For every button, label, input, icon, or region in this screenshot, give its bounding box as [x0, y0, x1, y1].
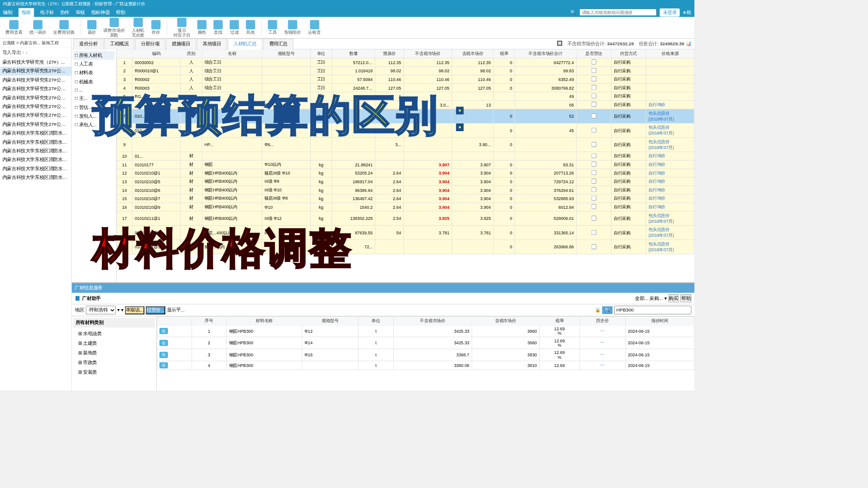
help-button[interactable]: 帮助 — [680, 294, 691, 302]
table-row[interactable]: 1801010211@2材钢筋...400以内III级...kg87639.55… — [117, 226, 694, 240]
price-row[interactable]: 信3钢筋HPB300Φ16t3398.7383012.69%〰2024-06-1… — [157, 349, 694, 361]
search-input[interactable] — [579, 9, 657, 15]
tool-智能组价[interactable]: 智能组价 — [282, 19, 303, 36]
region-select[interactable]: 呼和浩特 — [86, 306, 116, 314]
table-row[interactable]: 1601010210@9材钢筋HRB400以内Φ10kg1540.22.643.… — [117, 203, 694, 211]
table-row[interactable]: 1101010177材钢筋Φ10以内kg21.882413.8073.80708… — [117, 160, 694, 169]
col-header[interactable]: 单位 — [310, 50, 331, 58]
col-header[interactable]: 含税市场价 — [472, 316, 539, 325]
table-row[interactable]: 1501010210@7材钢筋HRB400以内箍筋III级 Φ8kg136497… — [117, 194, 694, 203]
table-row[interactable]: 5RG...元149自行采购 — [117, 92, 694, 101]
project-item[interactable]: 内蒙古科技大学东校区消防水池... — [0, 129, 71, 137]
tool-云检查[interactable]: 云检查 — [306, 19, 323, 36]
tab-造价分析[interactable]: 造价分析 — [73, 39, 103, 49]
menu-电子标[interactable]: 电子标 — [40, 9, 54, 16]
project-item[interactable]: 内蒙古科技大学研究生27#公寓... — [0, 111, 71, 120]
chart-icon[interactable]: 〰 — [579, 337, 625, 349]
table-row[interactable]: 6HP...Φ...3.0...1305自行采购自行询价 — [117, 100, 694, 109]
menu-指标神器[interactable]: 指标神器 — [91, 9, 110, 16]
table-row[interactable]: 1701010211@1材钢筋HRB400以内III级 Φ12kg138302.… — [117, 211, 694, 226]
tree-item[interactable]: □ 暂估... — [73, 103, 115, 112]
col-header[interactable]: 不含税市场价合计 — [515, 50, 577, 58]
login-button[interactable]: 未登录 — [660, 8, 680, 16]
tool-其他[interactable]: 其他 — [244, 19, 258, 36]
menu-报表[interactable]: 报表 — [18, 8, 34, 16]
tree-item[interactable]: □ ... — [73, 86, 115, 94]
down-icon[interactable]: ↓ — [26, 50, 28, 55]
col-header[interactable]: 规格型号 — [262, 50, 310, 58]
price-row[interactable]: 信4钢筋HPB300t3380.06381012.69〰2024-06-15 — [157, 361, 694, 369]
tool-调整市场价系数[interactable]: 调整市场价 系数 — [101, 17, 127, 38]
material-search[interactable] — [614, 306, 691, 314]
col-header[interactable]: 含税市场价 — [452, 50, 494, 58]
col-header[interactable]: 名称 — [202, 50, 262, 58]
up-icon[interactable]: ↑ — [22, 50, 25, 55]
col-header[interactable]: 类别 — [180, 50, 202, 58]
menu-编制[interactable]: 编制 — [3, 9, 12, 16]
table-row[interactable]: 8010...kg045自行采购包头信息价(2019年07月) — [117, 123, 694, 138]
settle-button[interactable]: 结算价... — [146, 306, 165, 314]
chart-icon[interactable]: 〰 — [579, 361, 625, 369]
tree-item[interactable]: □ 所有人材机 — [73, 51, 115, 60]
tab-人材机汇总[interactable]: 人材机汇总 — [228, 39, 262, 50]
check-icon[interactable]: ⊕检 — [683, 9, 691, 16]
col-header[interactable]: 税率 — [494, 50, 515, 58]
project-item[interactable]: 内蒙古科技大学东校区消防水池... — [0, 173, 71, 182]
tree-item[interactable]: □ 主... — [73, 94, 115, 103]
col-header[interactable]: 不含税市场价 — [404, 50, 452, 58]
search-icon[interactable]: 🔍 — [602, 306, 613, 314]
buy-button[interactable]: 购买 — [668, 294, 679, 302]
category-item[interactable]: ⊞ 装饰类 — [76, 348, 152, 358]
col-header[interactable]: 数量 — [332, 50, 375, 58]
col-header[interactable]: 报价时间 — [625, 316, 694, 325]
price-row[interactable]: 信1钢筋HPB300Φ12t3425.33386012.69%〰2024-06-… — [157, 325, 694, 337]
menu-审核[interactable]: 审核 — [76, 9, 85, 16]
tab-其他项目[interactable]: 其他项目 — [197, 39, 227, 49]
tab-工程概况[interactable]: 工程概况 — [104, 39, 134, 49]
project-item[interactable]: 内蒙古科技大学东校区消防水池... — [0, 138, 71, 147]
tab-分部分项[interactable]: 分部分项 — [135, 39, 165, 49]
table-row[interactable]: 3R00002人综合工日工日57.5094110.46110.46110.460… — [117, 75, 694, 84]
tree-item[interactable]: □ 承包人... — [73, 121, 115, 129]
tool-存价[interactable]: 存价 — [149, 19, 163, 36]
project-item[interactable]: 蒙古科技大学研究生（27#）... — [0, 58, 71, 67]
project-item[interactable]: 内蒙古科技大学研究生27#公寓... — [0, 94, 71, 102]
project-item[interactable]: 内蒙古科技大学研究生27#公寓... — [0, 120, 71, 129]
col-header[interactable]: 材料名称 — [226, 316, 302, 325]
col-header[interactable]: 税率 — [539, 316, 579, 325]
tool-显示对应子目[interactable]: 显示 对应子目 — [171, 17, 193, 38]
table-row[interactable]: 4R00003人综合工日工日24248.7…127.05127.05127.05… — [117, 83, 694, 92]
tool-人材机无价差[interactable]: 人材机 无价差 — [129, 17, 147, 38]
category-item[interactable]: ⊞ 水电油类 — [76, 329, 152, 339]
tab-费用汇总[interactable]: 费用汇总 — [263, 39, 293, 49]
table-row[interactable]: 1001...材自行采购自行询价 — [117, 152, 694, 161]
tool-载价[interactable]: 载价 — [85, 19, 99, 36]
col-header[interactable]: 历史价 — [579, 316, 625, 325]
price-row[interactable]: 信2钢筋HPB300Φ14t3425.33386012.69%〰2024-06-… — [157, 337, 694, 349]
project-item[interactable]: 内蒙古科技大学东校区消防水池... — [0, 155, 71, 164]
tool-过滤[interactable]: 过滤 — [227, 19, 241, 36]
menu-协作[interactable]: 协作 — [60, 9, 69, 16]
tool-全费用切换[interactable]: 全费用切换 — [51, 19, 77, 36]
table-row[interactable]: 1201010210@1材钢筋HRB400以内箍筋III级 Φ10kg53205… — [117, 169, 694, 177]
tool-费用查看[interactable]: 费用查看 — [3, 19, 25, 36]
col-header[interactable]: 序号 — [192, 316, 226, 325]
tool-颜色[interactable]: 颜色 — [195, 19, 209, 36]
chart-icon[interactable]: 〰 — [579, 349, 625, 361]
col-header[interactable]: 单位 — [358, 316, 393, 325]
category-item[interactable]: ⊞ 土建类 — [76, 339, 152, 348]
table-row[interactable]: 7010...kg3...052自行采购包头信息价(2019年07月) — [117, 109, 694, 123]
table-row[interactable]: 2R000010@1人综合工日工日1.01841898.0298.0298.02… — [117, 67, 694, 75]
col-header[interactable]: 预算价 — [375, 50, 404, 58]
lock-icon[interactable]: 🔒 — [595, 308, 601, 313]
col-header[interactable]: 供货方式 — [611, 50, 646, 58]
col-header[interactable]: 不含税市场价 — [393, 316, 472, 325]
tab-措施项目[interactable]: 措施项目 — [166, 39, 196, 49]
project-item[interactable]: 内蒙古科技大学研究生27#公寓... — [0, 84, 71, 93]
category-item[interactable]: ⊞ 安装类 — [76, 367, 152, 377]
col-header[interactable]: 规格型号 — [302, 316, 358, 325]
tree-item[interactable]: □ 材料表 — [73, 68, 115, 77]
chart-icon[interactable]: 〰 — [579, 325, 625, 337]
tool-工具[interactable]: 工具 — [265, 19, 279, 36]
tree-item[interactable]: □ 机械表 — [73, 78, 115, 86]
